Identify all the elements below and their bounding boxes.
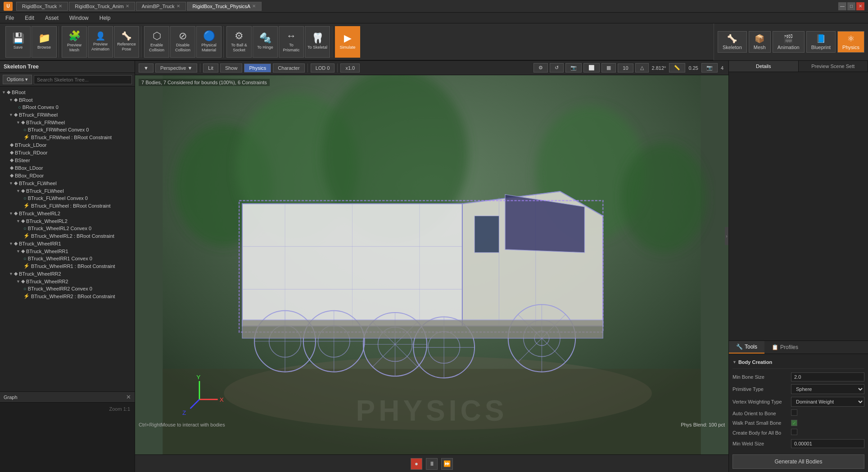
skeleton-mode-button[interactable]: 🦴 Skeleton (718, 31, 747, 53)
preview-scene-tab[interactable]: Preview Scene Sett (799, 61, 868, 72)
record-button[interactable]: ● (411, 458, 422, 470)
list-item[interactable]: ○ BTruck_WheelRR1 Convex 0 (0, 255, 135, 262)
to-hinge-button[interactable]: 🔩 To Hinge (253, 26, 278, 58)
tab-close-icon[interactable]: ✕ (176, 4, 180, 9)
viewport-number-button[interactable]: 10 (618, 64, 633, 73)
list-item[interactable]: ▼ ◆ BTruck_WheelRR2 (0, 270, 135, 277)
scale-button[interactable]: x1.0 (340, 64, 360, 73)
list-item[interactable]: ⚡ BTruck_FRWheel : BRoot Constraint (0, 133, 135, 141)
list-item[interactable]: ▼ ◆ BTruck_WheelRR1 (0, 240, 135, 247)
physics-mode-button[interactable]: ⚛ Physics (837, 31, 864, 53)
close-button[interactable]: ✕ (856, 2, 864, 10)
preview-animation-button[interactable]: 👤 Preview Animation (88, 26, 113, 58)
list-item[interactable]: ○ BTruck_FRWheel Convex 0 (0, 126, 135, 133)
browse-button[interactable]: 📁 Browse (32, 26, 57, 58)
list-item[interactable]: ▼ ◆ BTruck_WheelRR2 (0, 277, 135, 285)
menu-help[interactable]: Help (98, 14, 113, 22)
vertex-weighting-select[interactable]: Dominant Weight Any Weight (791, 397, 864, 407)
perspective-button[interactable]: Perspective ▼ (155, 64, 197, 73)
maximize-button[interactable]: □ (847, 2, 855, 10)
list-item[interactable]: ▼ ◆ BRoot (0, 96, 135, 104)
menu-window[interactable]: Window (68, 14, 90, 22)
list-item[interactable]: ▼ ◆ BTruck_FRWheel (0, 111, 135, 118)
to-prismatic-button[interactable]: ↔ To Prismatic (279, 26, 304, 58)
blueprint-mode-button[interactable]: 📘 Blueprint (806, 31, 836, 53)
menu-asset[interactable]: Asset (43, 14, 60, 22)
list-item[interactable]: ○ BRoot Convex 0 (0, 104, 135, 111)
disable-collision-button[interactable]: ⊘ Disable Collision (170, 26, 195, 58)
viewport-camera-button[interactable]: 📷 (565, 63, 582, 73)
min-weld-input[interactable] (791, 439, 864, 448)
list-item[interactable]: ▼ ◆ BTruck_FLWheel (0, 179, 135, 187)
walk-past-checkbox[interactable] (791, 420, 797, 426)
tab-close-icon[interactable]: ✕ (252, 4, 256, 9)
list-item[interactable]: ⚡ BTruck_WheelRL2 : BRoot Constraint (0, 232, 135, 240)
auto-orient-checkbox[interactable] (791, 409, 797, 416)
list-item[interactable]: ⚡ BTruck_FLWheel : BRoot Constraint (0, 202, 135, 209)
list-item[interactable]: ◆ BSteer (0, 156, 135, 164)
list-item[interactable]: ○ BTruck_FLWheel Convex 0 (0, 195, 135, 202)
viewport-3d[interactable]: X Y Z 7 Bodies, 7 Considered for bounds … (135, 75, 728, 454)
list-item[interactable]: ◆ BBox_LDoor (0, 164, 135, 172)
right-collapse-handle[interactable]: › (725, 227, 728, 245)
options-button[interactable]: Options ▾ (3, 75, 32, 84)
bone-icon: ◆ (21, 248, 25, 254)
list-item[interactable]: ▼ ◆ BTruck_FRWheel (0, 118, 135, 126)
tab-rigidbox-truck[interactable]: RigidBox_Truck✕ (16, 2, 68, 11)
list-item[interactable]: ◆ BTruck_RDoor (0, 149, 135, 156)
graph-close-button[interactable]: ✕ (126, 394, 131, 400)
primitive-type-select[interactable]: Sphere Box Capsule Sphyl (791, 384, 864, 394)
details-tab[interactable]: Details (729, 61, 799, 72)
physical-material-button[interactable]: 🔵 Physical Material (196, 26, 222, 58)
tab-rigidbox-truck-anim[interactable]: RigidBox_Truck_Anim✕ (69, 2, 135, 11)
pause-button[interactable]: ⏸ (426, 458, 438, 470)
physics-view-button[interactable]: Physics (244, 64, 271, 73)
preview-mesh-button[interactable]: 🧩 Preview Mesh (62, 26, 87, 58)
forward-button[interactable]: ⏩ (441, 458, 453, 470)
tab-rigidbox-truck-physics[interactable]: RigidBox_Truck_PhysicsA✕ (187, 2, 262, 11)
viewport-triangle-button[interactable]: △ (635, 63, 649, 73)
list-item[interactable]: ○ BTruck_WheelRR2 Convex 0 (0, 285, 135, 292)
list-item[interactable]: ▼ ◆ BTruck_WheelRL2 (0, 217, 135, 225)
list-item[interactable]: ▼ ◆ BRoot (0, 88, 135, 96)
mesh-mode-button[interactable]: 📦 Mesh (749, 31, 771, 53)
list-item[interactable]: ◆ BTruck_LDoor (0, 141, 135, 149)
viewport-cam2-button[interactable]: 📷 (701, 63, 718, 73)
tools-tab[interactable]: 🔧 Tools (729, 341, 764, 354)
viewport-rotate-button[interactable]: ↺ (550, 63, 564, 73)
generate-all-bodies-button[interactable]: Generate All Bodies (732, 454, 864, 469)
list-item[interactable]: ○ BTruck_WheelRL2 Convex 0 (0, 225, 135, 232)
list-item[interactable]: ▼ ◆ BTruck_FLWheel (0, 187, 135, 195)
menu-file[interactable]: File (4, 14, 16, 22)
save-button[interactable]: 💾 Save (5, 26, 31, 58)
enable-collision-button[interactable]: ⬡ Enable Collision (144, 26, 169, 58)
menu-edit[interactable]: Edit (23, 14, 36, 22)
minimize-button[interactable]: — (838, 2, 846, 10)
character-button[interactable]: Character (273, 64, 304, 73)
simulate-button[interactable]: ▶ Simulate (335, 26, 360, 58)
reference-pose-button[interactable]: 🦴 Reference Pose (114, 26, 139, 58)
show-button[interactable]: Show (220, 64, 243, 73)
viewport-settings-button[interactable]: ⚙ (533, 63, 548, 73)
create-body-checkbox[interactable] (791, 429, 797, 435)
skeleton-search-input[interactable] (34, 75, 132, 84)
tab-close-icon[interactable]: ✕ (59, 4, 62, 9)
list-item[interactable]: ◆ BBox_RDoor (0, 172, 135, 179)
viewport-dropdown-button[interactable]: ▼ (139, 64, 154, 73)
lit-button[interactable]: Lit (203, 64, 218, 73)
list-item[interactable]: ⚡ BTruck_WheelRR2 : BRoot Constraint (0, 292, 135, 300)
viewport-grid-button[interactable]: ⬜ (583, 63, 600, 73)
list-item[interactable]: ▼ ◆ BTruck_WheelRL2 (0, 209, 135, 217)
tab-animbp-truck[interactable]: AnimBP_Truck✕ (136, 2, 186, 11)
viewport-overlay-button[interactable]: ▦ (601, 63, 616, 73)
list-item[interactable]: ⚡ BTruck_WheelRR1 : BRoot Constraint (0, 262, 135, 270)
min-bone-size-input[interactable] (791, 372, 864, 381)
to-ball-socket-button[interactable]: ⚙ To Ball & Socket (226, 26, 252, 58)
profiles-tab[interactable]: 📋 Profiles (764, 341, 805, 354)
lod-button[interactable]: LOD 0 (311, 64, 335, 73)
tab-close-icon[interactable]: ✕ (126, 4, 129, 9)
list-item[interactable]: ▼ ◆ BTruck_WheelRR1 (0, 247, 135, 255)
to-skeletal-button[interactable]: 🦷 To Skeletal (305, 26, 330, 58)
viewport-measure-button[interactable]: 📏 (669, 63, 685, 73)
animation-mode-button[interactable]: 🎬 Animation (773, 31, 805, 53)
